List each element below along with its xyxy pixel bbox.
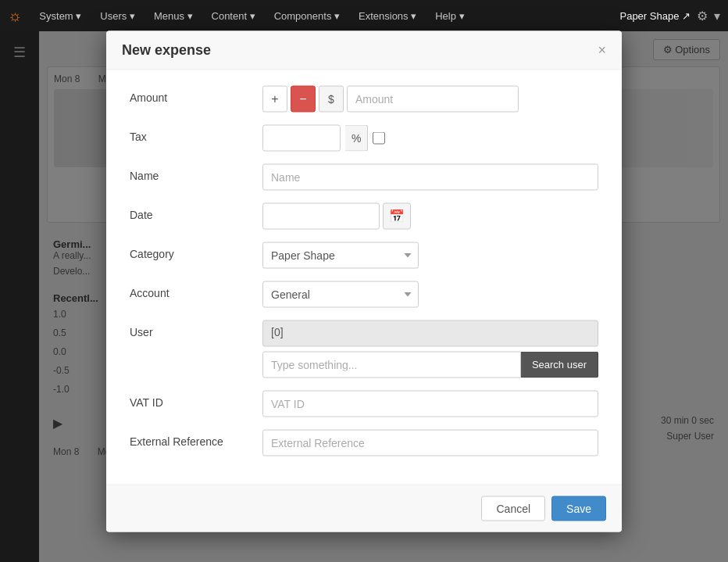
- tax-checkbox[interactable]: [373, 131, 385, 144]
- site-brand: Paper Shape ↗: [619, 10, 691, 22]
- modal-header: New expense ×: [106, 30, 622, 70]
- date-label: Date: [130, 202, 262, 220]
- tax-row: Tax 0.00 %: [130, 124, 598, 151]
- gear-icon[interactable]: ⚙: [697, 9, 708, 23]
- nav-components[interactable]: Components ▾: [266, 7, 348, 25]
- vat-id-row: VAT ID: [130, 390, 598, 417]
- account-label: Account: [130, 281, 262, 299]
- date-row: Date 2016-05-09 📅: [130, 202, 598, 229]
- nav-menus[interactable]: Menus ▾: [146, 7, 201, 25]
- name-controls: [262, 163, 598, 190]
- category-row: Category Paper Shape General Other: [130, 242, 598, 268]
- account-row: Account General Other: [130, 281, 598, 307]
- category-label: Category: [130, 242, 262, 260]
- search-user-button[interactable]: Search user: [521, 351, 598, 378]
- name-input[interactable]: [262, 163, 598, 190]
- user-selected-display: [0]: [262, 320, 598, 346]
- user-search-group: Search user: [262, 351, 598, 378]
- user-label: User: [130, 320, 262, 338]
- save-button[interactable]: Save: [551, 496, 606, 521]
- user-row: User [0] Search user: [130, 320, 598, 378]
- modal-close-button[interactable]: ×: [598, 43, 606, 57]
- tax-label: Tax: [130, 124, 262, 142]
- category-select[interactable]: Paper Shape General Other: [262, 242, 419, 268]
- date-input[interactable]: 2016-05-09: [262, 202, 380, 229]
- external-reference-input[interactable]: [262, 429, 598, 456]
- amount-input[interactable]: [347, 85, 519, 112]
- user-controls: [0] Search user: [262, 320, 598, 378]
- topnav: ☼ System ▾ Users ▾ Menus ▾ Content ▾ Com…: [0, 0, 728, 31]
- modal-title: New expense: [122, 41, 211, 58]
- currency-symbol: $: [319, 85, 344, 112]
- vat-id-input[interactable]: [262, 390, 598, 417]
- amount-minus-button[interactable]: −: [291, 85, 316, 112]
- nav-content[interactable]: Content ▾: [204, 7, 263, 25]
- account-select[interactable]: General Other: [262, 281, 419, 307]
- external-reference-row: External Reference: [130, 429, 598, 456]
- amount-row: Amount + − $: [130, 85, 598, 112]
- amount-controls: + − $: [262, 85, 598, 112]
- tax-controls: 0.00 %: [262, 124, 598, 151]
- calendar-button[interactable]: 📅: [383, 202, 411, 229]
- name-label: Name: [130, 163, 262, 181]
- nav-system[interactable]: System ▾: [31, 7, 89, 25]
- amount-label: Amount: [130, 85, 262, 103]
- date-controls: 2016-05-09 📅: [262, 202, 598, 229]
- calendar-icon: 📅: [389, 209, 405, 224]
- modal-footer: Cancel Save: [106, 484, 622, 532]
- tax-input[interactable]: 0.00: [262, 124, 341, 151]
- modal-body: Amount + − $ Tax 0.00 %: [106, 70, 622, 484]
- tax-percent-symbol: %: [345, 124, 368, 151]
- dropdown-icon[interactable]: ▾: [714, 9, 720, 23]
- amount-plus-button[interactable]: +: [262, 85, 287, 112]
- vat-id-label: VAT ID: [130, 390, 262, 408]
- external-reference-label: External Reference: [130, 429, 262, 447]
- new-expense-modal: New expense × Amount + − $ Tax 0.00 %: [106, 30, 622, 532]
- nav-help[interactable]: Help ▾: [427, 7, 472, 25]
- cancel-button[interactable]: Cancel: [481, 496, 545, 521]
- name-row: Name: [130, 163, 598, 190]
- user-search-input[interactable]: [262, 351, 521, 378]
- external-reference-controls: [262, 429, 598, 456]
- vat-id-controls: [262, 390, 598, 417]
- category-controls: Paper Shape General Other: [262, 242, 598, 268]
- topnav-right: Paper Shape ↗ ⚙ ▾: [619, 9, 720, 23]
- joomla-logo: ☼: [8, 7, 22, 25]
- nav-extensions[interactable]: Extensions ▾: [351, 7, 424, 25]
- account-controls: General Other: [262, 281, 598, 307]
- nav-users[interactable]: Users ▾: [92, 7, 143, 25]
